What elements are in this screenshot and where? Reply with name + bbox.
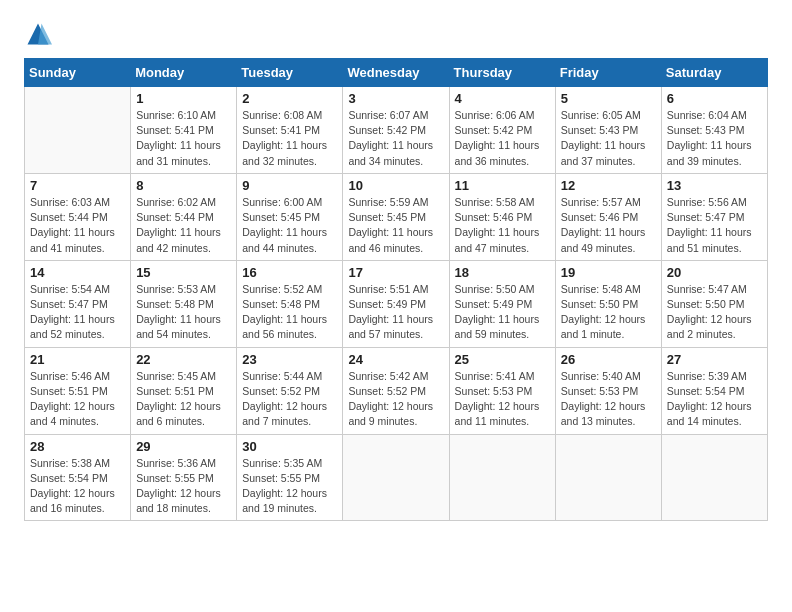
weekday-header-sunday: Sunday (25, 59, 131, 87)
calendar-cell: 1Sunrise: 6:10 AMSunset: 5:41 PMDaylight… (131, 87, 237, 174)
day-info: Sunrise: 5:45 AMSunset: 5:51 PMDaylight:… (136, 369, 231, 430)
calendar-cell: 23Sunrise: 5:44 AMSunset: 5:52 PMDayligh… (237, 347, 343, 434)
calendar-cell: 12Sunrise: 5:57 AMSunset: 5:46 PMDayligh… (555, 173, 661, 260)
day-number: 21 (30, 352, 125, 367)
page: SundayMondayTuesdayWednesdayThursdayFrid… (0, 0, 792, 531)
day-info: Sunrise: 5:48 AMSunset: 5:50 PMDaylight:… (561, 282, 656, 343)
day-number: 11 (455, 178, 550, 193)
calendar-cell: 10Sunrise: 5:59 AMSunset: 5:45 PMDayligh… (343, 173, 449, 260)
day-info: Sunrise: 5:42 AMSunset: 5:52 PMDaylight:… (348, 369, 443, 430)
calendar-cell: 17Sunrise: 5:51 AMSunset: 5:49 PMDayligh… (343, 260, 449, 347)
weekday-header-thursday: Thursday (449, 59, 555, 87)
calendar-cell: 25Sunrise: 5:41 AMSunset: 5:53 PMDayligh… (449, 347, 555, 434)
weekday-header-saturday: Saturday (661, 59, 767, 87)
day-number: 30 (242, 439, 337, 454)
day-info: Sunrise: 6:06 AMSunset: 5:42 PMDaylight:… (455, 108, 550, 169)
calendar-cell: 8Sunrise: 6:02 AMSunset: 5:44 PMDaylight… (131, 173, 237, 260)
day-number: 6 (667, 91, 762, 106)
week-row-5: 28Sunrise: 5:38 AMSunset: 5:54 PMDayligh… (25, 434, 768, 521)
week-row-3: 14Sunrise: 5:54 AMSunset: 5:47 PMDayligh… (25, 260, 768, 347)
day-info: Sunrise: 5:56 AMSunset: 5:47 PMDaylight:… (667, 195, 762, 256)
day-info: Sunrise: 5:47 AMSunset: 5:50 PMDaylight:… (667, 282, 762, 343)
day-info: Sunrise: 5:44 AMSunset: 5:52 PMDaylight:… (242, 369, 337, 430)
logo-icon (24, 20, 52, 48)
header-area (24, 20, 768, 48)
day-number: 16 (242, 265, 337, 280)
calendar-cell: 3Sunrise: 6:07 AMSunset: 5:42 PMDaylight… (343, 87, 449, 174)
calendar-cell: 20Sunrise: 5:47 AMSunset: 5:50 PMDayligh… (661, 260, 767, 347)
day-info: Sunrise: 5:51 AMSunset: 5:49 PMDaylight:… (348, 282, 443, 343)
calendar-cell (555, 434, 661, 521)
day-number: 4 (455, 91, 550, 106)
calendar-cell: 30Sunrise: 5:35 AMSunset: 5:55 PMDayligh… (237, 434, 343, 521)
day-number: 2 (242, 91, 337, 106)
week-row-2: 7Sunrise: 6:03 AMSunset: 5:44 PMDaylight… (25, 173, 768, 260)
calendar-cell: 16Sunrise: 5:52 AMSunset: 5:48 PMDayligh… (237, 260, 343, 347)
day-info: Sunrise: 6:03 AMSunset: 5:44 PMDaylight:… (30, 195, 125, 256)
day-number: 13 (667, 178, 762, 193)
calendar-cell: 29Sunrise: 5:36 AMSunset: 5:55 PMDayligh… (131, 434, 237, 521)
day-number: 28 (30, 439, 125, 454)
logo (24, 20, 56, 48)
day-number: 7 (30, 178, 125, 193)
calendar-cell: 27Sunrise: 5:39 AMSunset: 5:54 PMDayligh… (661, 347, 767, 434)
day-number: 10 (348, 178, 443, 193)
calendar-cell: 9Sunrise: 6:00 AMSunset: 5:45 PMDaylight… (237, 173, 343, 260)
day-info: Sunrise: 5:57 AMSunset: 5:46 PMDaylight:… (561, 195, 656, 256)
day-number: 9 (242, 178, 337, 193)
day-number: 3 (348, 91, 443, 106)
day-number: 5 (561, 91, 656, 106)
day-info: Sunrise: 5:35 AMSunset: 5:55 PMDaylight:… (242, 456, 337, 517)
weekday-header-friday: Friday (555, 59, 661, 87)
day-info: Sunrise: 5:54 AMSunset: 5:47 PMDaylight:… (30, 282, 125, 343)
weekday-header-row: SundayMondayTuesdayWednesdayThursdayFrid… (25, 59, 768, 87)
day-info: Sunrise: 5:59 AMSunset: 5:45 PMDaylight:… (348, 195, 443, 256)
calendar-cell (661, 434, 767, 521)
calendar-cell: 13Sunrise: 5:56 AMSunset: 5:47 PMDayligh… (661, 173, 767, 260)
day-number: 12 (561, 178, 656, 193)
day-number: 23 (242, 352, 337, 367)
calendar-cell: 15Sunrise: 5:53 AMSunset: 5:48 PMDayligh… (131, 260, 237, 347)
day-info: Sunrise: 5:40 AMSunset: 5:53 PMDaylight:… (561, 369, 656, 430)
calendar-cell: 4Sunrise: 6:06 AMSunset: 5:42 PMDaylight… (449, 87, 555, 174)
day-number: 19 (561, 265, 656, 280)
day-info: Sunrise: 6:07 AMSunset: 5:42 PMDaylight:… (348, 108, 443, 169)
week-row-4: 21Sunrise: 5:46 AMSunset: 5:51 PMDayligh… (25, 347, 768, 434)
day-info: Sunrise: 5:38 AMSunset: 5:54 PMDaylight:… (30, 456, 125, 517)
calendar-cell: 26Sunrise: 5:40 AMSunset: 5:53 PMDayligh… (555, 347, 661, 434)
day-info: Sunrise: 5:36 AMSunset: 5:55 PMDaylight:… (136, 456, 231, 517)
day-number: 8 (136, 178, 231, 193)
calendar-cell: 22Sunrise: 5:45 AMSunset: 5:51 PMDayligh… (131, 347, 237, 434)
svg-marker-1 (38, 24, 52, 45)
day-info: Sunrise: 5:53 AMSunset: 5:48 PMDaylight:… (136, 282, 231, 343)
calendar-cell: 18Sunrise: 5:50 AMSunset: 5:49 PMDayligh… (449, 260, 555, 347)
day-info: Sunrise: 6:10 AMSunset: 5:41 PMDaylight:… (136, 108, 231, 169)
calendar-cell: 7Sunrise: 6:03 AMSunset: 5:44 PMDaylight… (25, 173, 131, 260)
weekday-header-monday: Monday (131, 59, 237, 87)
calendar-cell (449, 434, 555, 521)
day-info: Sunrise: 5:52 AMSunset: 5:48 PMDaylight:… (242, 282, 337, 343)
weekday-header-wednesday: Wednesday (343, 59, 449, 87)
day-info: Sunrise: 6:08 AMSunset: 5:41 PMDaylight:… (242, 108, 337, 169)
day-number: 20 (667, 265, 762, 280)
day-number: 25 (455, 352, 550, 367)
day-number: 27 (667, 352, 762, 367)
calendar-cell: 19Sunrise: 5:48 AMSunset: 5:50 PMDayligh… (555, 260, 661, 347)
calendar-cell: 11Sunrise: 5:58 AMSunset: 5:46 PMDayligh… (449, 173, 555, 260)
weekday-header-tuesday: Tuesday (237, 59, 343, 87)
calendar-cell: 21Sunrise: 5:46 AMSunset: 5:51 PMDayligh… (25, 347, 131, 434)
calendar-cell: 24Sunrise: 5:42 AMSunset: 5:52 PMDayligh… (343, 347, 449, 434)
day-number: 26 (561, 352, 656, 367)
calendar-cell: 2Sunrise: 6:08 AMSunset: 5:41 PMDaylight… (237, 87, 343, 174)
day-number: 1 (136, 91, 231, 106)
day-number: 24 (348, 352, 443, 367)
day-info: Sunrise: 6:04 AMSunset: 5:43 PMDaylight:… (667, 108, 762, 169)
day-info: Sunrise: 5:58 AMSunset: 5:46 PMDaylight:… (455, 195, 550, 256)
calendar-cell: 28Sunrise: 5:38 AMSunset: 5:54 PMDayligh… (25, 434, 131, 521)
day-number: 14 (30, 265, 125, 280)
week-row-1: 1Sunrise: 6:10 AMSunset: 5:41 PMDaylight… (25, 87, 768, 174)
calendar-cell: 5Sunrise: 6:05 AMSunset: 5:43 PMDaylight… (555, 87, 661, 174)
calendar: SundayMondayTuesdayWednesdayThursdayFrid… (24, 58, 768, 521)
day-info: Sunrise: 5:50 AMSunset: 5:49 PMDaylight:… (455, 282, 550, 343)
calendar-cell (25, 87, 131, 174)
